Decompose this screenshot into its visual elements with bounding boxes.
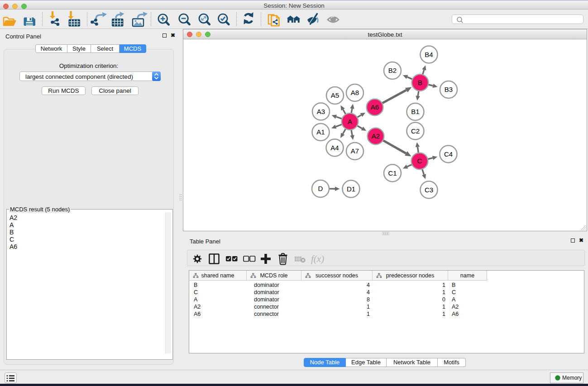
svg-text:C2: C2 bbox=[411, 127, 420, 135]
svg-text:B: B bbox=[418, 79, 422, 86]
svg-text:A8: A8 bbox=[351, 89, 359, 96]
svg-text:A3: A3 bbox=[317, 108, 325, 115]
svg-text:D1: D1 bbox=[347, 185, 355, 193]
svg-text:D: D bbox=[318, 185, 323, 192]
svg-text:A1: A1 bbox=[316, 128, 325, 136]
svg-text:A5: A5 bbox=[331, 91, 339, 99]
svg-text:f(x): f(x) bbox=[311, 253, 324, 264]
svg-text:C3: C3 bbox=[425, 186, 433, 194]
svg-text:A2: A2 bbox=[372, 132, 380, 140]
svg-text:C: C bbox=[417, 157, 422, 165]
svg-text:C4: C4 bbox=[444, 150, 453, 158]
svg-text:B4: B4 bbox=[425, 51, 433, 58]
svg-text:A: A bbox=[348, 118, 352, 125]
svg-text:C1: C1 bbox=[388, 169, 397, 177]
svg-text:B3: B3 bbox=[445, 86, 453, 93]
svg-text:A6: A6 bbox=[371, 103, 379, 111]
svg-text:A4: A4 bbox=[330, 144, 339, 152]
svg-text:B2: B2 bbox=[388, 67, 397, 74]
svg-text:A7: A7 bbox=[351, 147, 359, 155]
svg-text:B1: B1 bbox=[411, 108, 419, 115]
